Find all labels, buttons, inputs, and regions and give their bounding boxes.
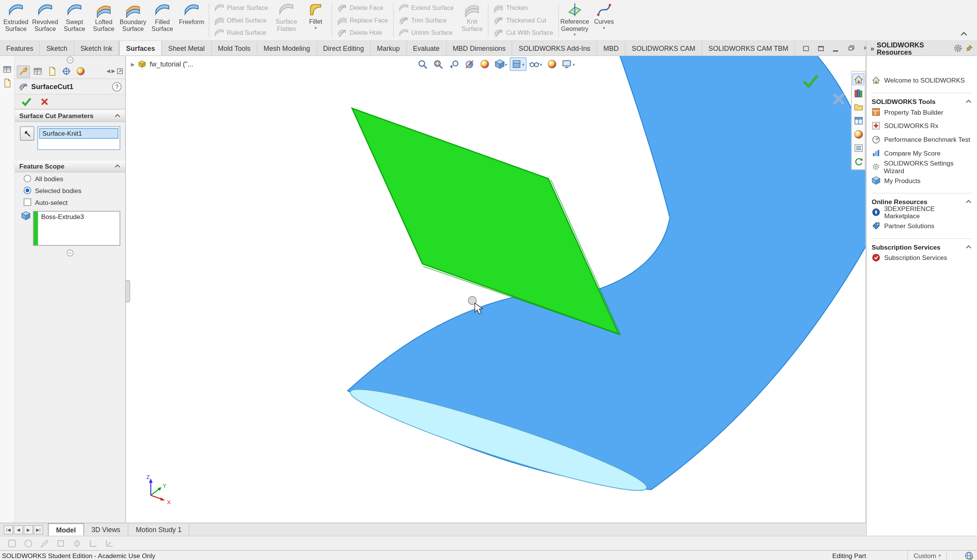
offset-surface-button[interactable]: Offset Surface [212,14,271,26]
float-window-button[interactable] [801,44,810,53]
minimize-button[interactable] [831,44,840,53]
delete-hole-button[interactable]: Delete Hole [335,27,391,38]
tree-flyout-arrow[interactable]: ▶ [131,61,135,67]
ruled-surface-button[interactable]: Ruled Surface [212,27,271,38]
units-dropdown[interactable]: Custom ▾ [907,551,947,560]
zoom-to-fit-button[interactable] [415,57,429,71]
tab-markup[interactable]: Markup [371,41,407,55]
cutting-plane-surface[interactable] [352,108,619,334]
curves-button[interactable]: Curves▾ [589,0,619,40]
tab-mbd-dimensions[interactable]: MBD Dimensions [447,41,513,55]
restore-button[interactable] [846,44,855,53]
my-products-link[interactable]: My Products [872,173,972,187]
left-toolbar-icon-1[interactable] [3,65,12,74]
tab-solidworks-cam[interactable]: SOLIDWORKS CAM [626,41,702,55]
tab-scroll-left-arrow[interactable]: ◀ [106,68,110,74]
fillet-dropdown-caret[interactable]: ▾ [315,25,317,30]
motion-study-tab[interactable]: Motion Study 1 [128,523,189,536]
view-palette-tab[interactable] [852,115,864,127]
feature-scope-header[interactable]: Feature Scope [15,160,125,172]
edit-appearance-button[interactable] [478,57,492,71]
confirm-ok-button[interactable] [802,73,819,88]
tab-solidworks-cam-tbm[interactable]: SOLIDWORKS CAM TBM [702,41,795,55]
surface-selection-box[interactable]: Surface-Knit1 [37,126,120,150]
panel-resize-handle[interactable] [67,250,74,257]
tab-direct-editing[interactable]: Direct Editing [317,41,371,55]
solidworks-tools-section-header[interactable]: SOLIDWORKS Tools [872,93,972,105]
gear-icon[interactable] [953,43,962,53]
view-settings-caret[interactable]: ▾ [572,62,575,66]
reference-geometry-button[interactable]: ReferenceGeometry▾ [560,0,589,40]
welcome-link[interactable]: Welcome to SOLIDWORKS [872,73,972,87]
undock-panel-icon[interactable] [116,68,123,75]
confirm-cancel-button[interactable] [832,92,846,106]
model-tab[interactable]: Model [48,523,84,536]
ok-button[interactable] [21,97,32,106]
previous-view-button[interactable] [447,57,461,71]
tags-globe-icon[interactable] [964,551,973,560]
selected-bodies-option[interactable]: Selected bodies [15,184,125,196]
boundary-surface-button[interactable]: BoundarySurface [118,0,148,40]
tab-scroll-right-arrow[interactable]: ▶ [111,68,115,74]
tab-solidworks-add-ins[interactable]: SOLIDWORKS Add-Ins [512,41,597,55]
selected-surface-item[interactable]: Surface-Knit1 [39,128,119,139]
lofted-surface-button[interactable]: LoftedSurface [89,0,119,40]
auto-select-option[interactable]: Auto-select [15,196,125,208]
tab-mold-tools[interactable]: Mold Tools [212,41,257,55]
replace-face-button[interactable]: Replace Face [335,14,391,26]
hide-show-items-button[interactable]: ▾ [527,57,544,71]
filled-surface-button[interactable]: FilledSurface [148,0,177,40]
swept-surface-button[interactable]: SweptSurface [60,0,89,40]
display-style-button[interactable]: ▾ [510,57,526,71]
file-explorer-tab[interactable] [852,101,864,113]
auto-select-checkbox[interactable] [24,198,32,206]
forum-sync-tab[interactable] [852,155,864,167]
panel-collapse-handle[interactable] [67,57,74,63]
angle-icon-2[interactable] [105,538,114,548]
curves-dropdown-caret[interactable]: ▾ [603,25,605,30]
thickened-cut-button[interactable]: Thickened Cut [491,14,555,26]
displaymanager-tab[interactable] [60,65,73,78]
settings-wizard-link[interactable]: SOLIDWORKS Settings Wizard [872,160,972,173]
previous-tab-button[interactable]: ◀ [14,525,23,534]
solidworks-rx-link[interactable]: SOLIDWORKS Rx [872,119,972,133]
property-tab-builder-link[interactable]: Property Tab Builder [872,105,972,119]
tab-surfaces[interactable]: Surfaces [119,41,162,55]
performance-benchmark-link[interactable]: Performance Benchmark Test [872,133,972,147]
disabled-tool-icon-1[interactable] [8,538,17,548]
tab-features[interactable]: Features [0,41,40,55]
solidworks-resources-tab[interactable] [852,73,864,85]
dimxpertmanager-tab[interactable] [45,65,59,78]
apply-scene-button[interactable] [545,57,559,71]
tab-sketch[interactable]: Sketch [40,41,74,55]
zoom-to-area-button[interactable] [431,57,445,71]
tab-mbd[interactable]: MBD [597,41,626,55]
configurationmanager-tab[interactable] [31,65,44,78]
cam-manager-tab[interactable] [74,65,87,78]
collapse-ribbon-chevron[interactable] [959,31,968,37]
freeform-button[interactable]: Freeform [177,0,206,40]
pencil-icon[interactable] [40,538,49,548]
disabled-tool-icon-2[interactable] [24,538,33,548]
view-settings-button[interactable]: ▾ [560,57,576,71]
surface-flatten-button[interactable]: SurfaceFlatten [272,0,301,40]
hide-show-caret[interactable]: ▾ [540,62,542,66]
partner-solutions-link[interactable]: Partner Solutions [872,219,972,233]
design-library-tab[interactable] [852,87,864,99]
help-button[interactable]: ? [112,82,121,91]
propertymanager-tab[interactable] [17,65,30,78]
subscription-services-section-header[interactable]: Subscription Services [872,238,972,251]
compare-my-score-link[interactable]: Compare My Score [872,147,972,160]
view-orientation-button[interactable]: ▾ [493,57,509,71]
cancel-button[interactable] [40,98,49,106]
planar-surface-button[interactable]: Planar Surface [212,2,271,14]
appearances-tab[interactable] [852,128,864,140]
tab-sheet-metal[interactable]: Sheet Metal [162,41,212,55]
untrim-surface-button[interactable]: Untrim Surface [396,27,456,38]
disabled-tool-icon-4[interactable] [72,538,82,548]
view-orientation-caret[interactable]: ▾ [505,62,507,66]
left-toolbar-icon-2[interactable] [3,78,12,88]
graphics-viewport[interactable]: ▶ fw_tutorial ("... ▾ ▾ ▾ ▾ Z Y [126,56,866,523]
panel-splitter-handle[interactable] [126,280,130,303]
reference-geometry-dropdown-caret[interactable]: ▾ [574,32,576,37]
